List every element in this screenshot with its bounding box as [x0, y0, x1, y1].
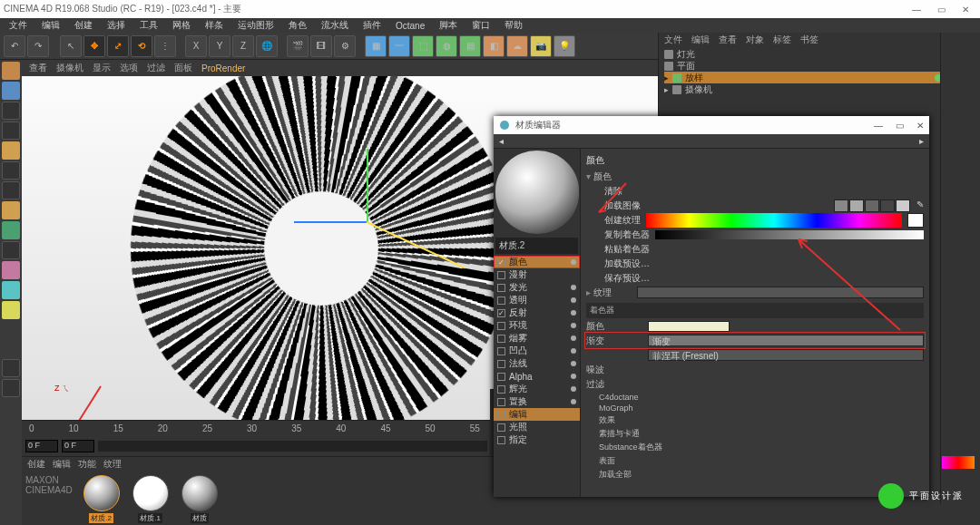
white-swatch[interactable]	[907, 213, 924, 228]
axis-mode-icon[interactable]	[2, 161, 20, 180]
attr-color-strip[interactable]	[942, 456, 975, 469]
channel-checkbox[interactable]	[497, 398, 505, 406]
me-minimize-icon[interactable]: —	[874, 121, 883, 131]
me-close-icon[interactable]: ✕	[916, 121, 924, 131]
close-icon[interactable]: ✕	[962, 5, 969, 15]
paste-shader-link[interactable]: 粘贴着色器	[604, 243, 650, 256]
move-button[interactable]: ✥	[83, 35, 105, 57]
environment-button[interactable]: ☁	[506, 35, 528, 57]
live-select-button[interactable]: ↖	[60, 35, 82, 57]
redo-button[interactable]: ↷	[27, 35, 49, 57]
shader-cat-素描与卡通[interactable]: 素描与卡通	[586, 427, 924, 441]
spline-primitive-button[interactable]: 〰	[388, 35, 410, 57]
y-axis-button[interactable]: Y	[209, 35, 230, 57]
om-tab-obj[interactable]: 对象	[746, 34, 764, 46]
color-shader[interactable]: 颜色	[586, 320, 642, 333]
vp-tab-prorender[interactable]: ProRender	[201, 63, 245, 73]
channel-checkbox[interactable]	[497, 411, 505, 419]
filter-shader[interactable]: 过滤	[586, 378, 642, 391]
mat-tab-func[interactable]: 功能	[78, 458, 96, 471]
render-settings-button[interactable]: ⚙	[334, 35, 356, 57]
z-axis-gizmo[interactable]	[294, 221, 367, 223]
generator-button[interactable]: ⬚	[412, 35, 434, 57]
object-row-light[interactable]: 灯光	[664, 48, 975, 60]
gradient-slot[interactable]: 渐变	[648, 335, 924, 346]
deformer-button[interactable]: ◧	[483, 35, 505, 57]
swatch[interactable]	[880, 199, 895, 212]
swatch[interactable]	[849, 199, 864, 212]
vp-tab-options[interactable]: 选项	[120, 62, 138, 74]
save-preset-link[interactable]: 保存预设…	[604, 272, 650, 285]
object-row-camera[interactable]: ▸摄像机	[664, 83, 975, 95]
object-row-plane[interactable]: 平面	[664, 60, 975, 72]
menu-mograph[interactable]: 运动图形	[236, 19, 276, 32]
channel-法线[interactable]: 法线	[494, 357, 580, 370]
menu-pipeline[interactable]: 流水线	[319, 19, 350, 32]
menu-help[interactable]: 帮助	[503, 19, 524, 32]
rotate-button[interactable]: ⟲	[131, 35, 152, 57]
menu-tools[interactable]: 工具	[138, 19, 160, 32]
poly-mode-icon[interactable]	[2, 141, 20, 160]
tweak-icon[interactable]	[2, 241, 20, 259]
shader-cat-C4doctane[interactable]: C4doctane	[586, 392, 924, 403]
model-mode-icon[interactable]	[2, 62, 20, 80]
snap-icon[interactable]	[2, 261, 20, 279]
extra2-icon[interactable]	[2, 379, 20, 397]
tex-label[interactable]: 纹理	[586, 287, 632, 299]
me-maximize-icon[interactable]: ▭	[896, 121, 904, 131]
channel-反射[interactable]: 反射	[494, 306, 580, 319]
mat-tab-tex[interactable]: 纹理	[103, 458, 122, 471]
channel-辉光[interactable]: 辉光	[494, 383, 580, 395]
blend-mode-select[interactable]: 菲涅耳 (Fresnel)	[648, 349, 924, 361]
channel-checkbox[interactable]	[497, 335, 505, 343]
menu-create[interactable]: 创建	[73, 19, 94, 32]
menu-character[interactable]: 角色	[287, 19, 309, 32]
channel-颜色[interactable]: 颜色	[494, 256, 580, 268]
channel-光照[interactable]: 光照	[494, 421, 580, 433]
shader-cat-效果[interactable]: 效果	[586, 413, 924, 427]
swatch[interactable]	[834, 199, 848, 212]
om-tab-view[interactable]: 查看	[719, 34, 737, 46]
render-view-button[interactable]: 🎬	[287, 35, 309, 57]
start-frame-field[interactable]: 0 F	[25, 440, 58, 452]
menu-window[interactable]: 窗口	[470, 19, 492, 32]
mat-tab-edit[interactable]: 编辑	[53, 458, 71, 471]
channel-置换[interactable]: 置换	[494, 395, 580, 408]
channel-checkbox[interactable]	[497, 297, 505, 305]
swatch[interactable]	[896, 199, 910, 212]
channel-checkbox[interactable]	[497, 347, 505, 355]
maximize-icon[interactable]: ▭	[937, 5, 946, 15]
camera-button[interactable]: 📷	[530, 35, 552, 57]
channel-checkbox[interactable]	[497, 322, 505, 330]
om-tab-file[interactable]: 文件	[664, 34, 682, 46]
channel-checkbox[interactable]	[497, 271, 505, 279]
channel-环境[interactable]: 环境	[494, 319, 580, 332]
scale-button[interactable]: ⤢	[107, 35, 129, 57]
shader-cat-表面[interactable]: 表面	[586, 454, 924, 468]
render-pv-button[interactable]: 🎞	[310, 35, 332, 57]
om-tab-tags[interactable]: 标签	[773, 34, 791, 46]
undo-button[interactable]: ↶	[4, 35, 25, 57]
material-thumb-1[interactable]: 材质.1	[129, 475, 172, 523]
channel-漫射[interactable]: 漫射	[494, 268, 580, 281]
extra1-icon[interactable]	[2, 359, 20, 377]
channel-checkbox[interactable]	[497, 385, 505, 394]
me-fwd-button[interactable]: ▸	[919, 136, 924, 146]
copy-shader-link[interactable]: 复制着色器	[604, 228, 650, 241]
menu-spline[interactable]: 样条	[203, 19, 225, 32]
shader-cat-MoGraph[interactable]: MoGraph	[586, 403, 924, 413]
channel-透明[interactable]: 透明	[494, 294, 580, 306]
menu-select[interactable]: 选择	[105, 19, 127, 32]
z-axis-button[interactable]: Z	[232, 35, 254, 57]
s-icon[interactable]	[2, 301, 20, 319]
om-tab-edit[interactable]: 编辑	[691, 34, 710, 46]
vp-tab-panel[interactable]: 面板	[174, 62, 192, 74]
object-row-loft[interactable]: ▸放样	[664, 72, 975, 83]
texture-mode-icon[interactable]	[2, 82, 20, 100]
material-thumb-2[interactable]: 材质	[178, 475, 221, 523]
channel-checkbox[interactable]	[497, 258, 505, 267]
color-chip[interactable]	[648, 321, 730, 332]
om-tab-bm[interactable]: 书签	[800, 34, 818, 46]
gradient-shader[interactable]: 渐变	[586, 335, 642, 347]
shader-cat-Substance着色器[interactable]: Substance着色器	[586, 441, 924, 454]
